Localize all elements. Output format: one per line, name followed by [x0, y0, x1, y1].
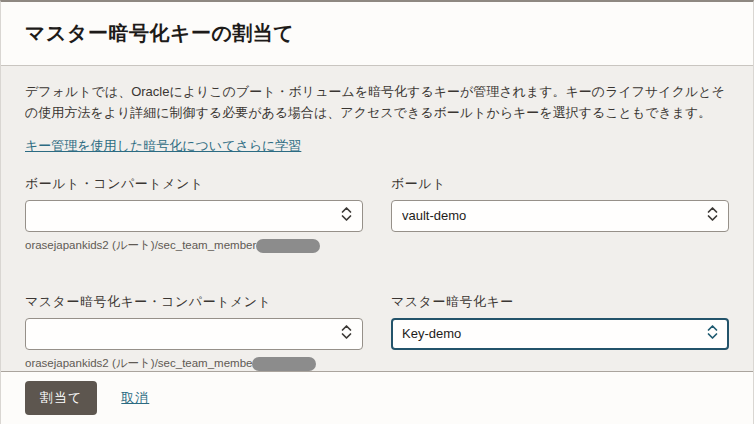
- vault-compartment-helper: orasejapankids2 (ルート)/sec_team_member: [25, 238, 363, 253]
- key-compartment-value: [36, 326, 341, 341]
- dialog-footer: 割当て 取消: [1, 371, 753, 424]
- dialog-body: デフォルトでは、Oracleによりこのブート・ボリュームを暗号化するキーが管理さ…: [1, 66, 753, 371]
- key-compartment-select[interactable]: [25, 318, 363, 350]
- field-vault-compartment: ボールト・コンパートメント orasejapankids2 (ルート)/sec_…: [25, 175, 363, 253]
- vault-select[interactable]: vault-demo: [391, 200, 729, 232]
- master-key-value: Key-demo: [402, 326, 707, 341]
- field-vault: ボールト vault-demo: [391, 175, 729, 253]
- updown-chevron-icon: [707, 206, 718, 225]
- vault-compartment-label: ボールト・コンパートメント: [25, 175, 363, 193]
- vault-compartment-value: [36, 208, 341, 223]
- field-master-key: マスター暗号化キー Key-demo: [391, 293, 729, 371]
- redacted-helper-suffix: [252, 357, 316, 371]
- redacted-helper-suffix: [256, 239, 320, 253]
- page-title: マスター暗号化キーの割当て: [25, 20, 294, 47]
- master-key-select[interactable]: Key-demo: [391, 318, 729, 350]
- form-grid: ボールト・コンパートメント orasejapankids2 (ルート)/sec_…: [25, 175, 729, 371]
- updown-chevron-icon: [341, 324, 352, 343]
- updown-chevron-icon: [707, 324, 718, 343]
- master-key-label: マスター暗号化キー: [391, 293, 729, 311]
- assign-button[interactable]: 割当て: [25, 381, 97, 415]
- key-compartment-helper: orasejapankids2 (ルート)/sec_team_membe: [25, 356, 363, 371]
- key-compartment-label: マスター暗号化キー・コンパートメント: [25, 293, 363, 311]
- helper-text: orasejapankids2 (ルート)/sec_team_member: [25, 239, 256, 251]
- cancel-link[interactable]: 取消: [121, 389, 149, 407]
- dialog-header: マスター暗号化キーの割当て: [1, 2, 753, 66]
- helper-text: orasejapankids2 (ルート)/sec_team_membe: [25, 357, 252, 369]
- learn-more-link[interactable]: キー管理を使用した暗号化についてさらに学習: [25, 137, 301, 155]
- vault-value: vault-demo: [402, 208, 707, 223]
- description-text: デフォルトでは、Oracleによりこのブート・ボリュームを暗号化するキーが管理さ…: [25, 82, 729, 124]
- vault-compartment-select[interactable]: [25, 200, 363, 232]
- assign-master-key-dialog: マスター暗号化キーの割当て デフォルトでは、Oracleによりこのブート・ボリュ…: [0, 0, 754, 424]
- updown-chevron-icon: [341, 206, 352, 225]
- field-key-compartment: マスター暗号化キー・コンパートメント orasejapankids2 (ルート)…: [25, 293, 363, 371]
- vault-label: ボールト: [391, 175, 729, 193]
